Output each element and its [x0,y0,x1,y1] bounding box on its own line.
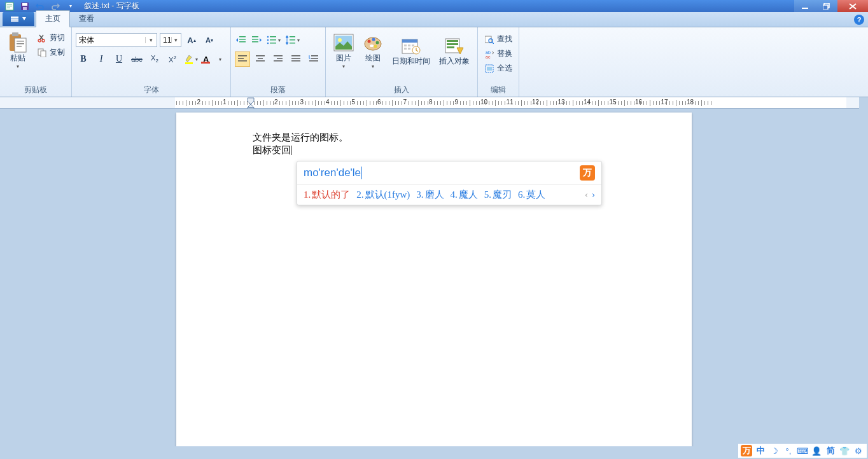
ime-next-icon[interactable]: › [592,189,595,200]
ime-tray-logo-icon[interactable]: 万 [741,445,752,456]
shrink-font-button[interactable]: A▾ [202,32,217,48]
insert-object-button[interactable]: 插入对象 [435,30,473,72]
svg-rect-66 [404,45,407,46]
insert-picture-button[interactable]: 图片 ▾ [330,30,358,72]
ime-nav[interactable]: ‹ › [585,189,595,200]
ruler-mark: 5 [352,99,356,106]
titlebar: ▾ 叙述.txt - 写字板 [0,0,868,12]
insert-paint-button[interactable]: 绘图 ▾ [359,30,387,72]
bold-button[interactable]: B [76,51,91,67]
svg-rect-27 [239,41,246,43]
svg-point-20 [42,39,45,42]
replace-button[interactable]: abac 替换 [482,47,515,60]
decrease-indent-button[interactable] [235,32,248,48]
underline-button[interactable]: U [111,51,127,67]
svg-point-61 [376,41,379,45]
font-size-combo[interactable]: 11 ▾ [160,33,181,47]
group-clipboard: 粘贴 ▾ 剪切 复制 剪贴板 [0,27,72,97]
svg-rect-15 [15,38,26,52]
copy-button[interactable]: 复制 [34,46,67,59]
ime-punct-icon[interactable]: °, [783,445,794,456]
ime-prev-icon[interactable]: ‹ [585,189,588,200]
object-label: 插入对象 [439,57,470,65]
selectall-button[interactable]: 全选 [482,62,515,75]
ruler[interactable]: 321123456789101112131415161718 [0,97,859,109]
paste-label: 粘贴 [10,53,25,64]
insert-datetime-button[interactable]: 日期和时间 [388,30,434,72]
svg-rect-68 [412,45,414,46]
object-icon [444,36,465,57]
indent-marker[interactable] [247,97,255,109]
font-group-label: 字体 [76,83,227,95]
svg-rect-22 [41,51,46,57]
ruler-mark: 10 [480,99,487,106]
strikethrough-button[interactable]: abc [129,51,144,67]
svg-rect-43 [256,55,265,57]
scissors-icon [37,33,47,43]
paste-button[interactable]: 粘贴 ▾ [4,30,32,72]
cut-button[interactable]: 剪切 [34,31,67,45]
close-button[interactable] [837,0,868,12]
align-right-button[interactable] [270,51,286,67]
ime-candidate[interactable]: 3.磨人 [416,189,444,201]
ruler-mark: 1 [223,99,227,106]
svg-rect-50 [291,58,300,59]
align-left-button[interactable] [235,51,250,67]
svg-rect-67 [408,45,410,46]
paint-icon [363,32,383,53]
font-color-button[interactable]: A ▾ [202,51,223,67]
ime-skin-icon[interactable]: 👕 [839,445,850,456]
ime-candidates[interactable]: 1.默认的了2.默认(1fyw)3.磨人4.魔人5.魔刃6.莫人 ‹ › [297,185,601,205]
file-menu-button[interactable] [3,12,34,26]
help-button[interactable]: ? [854,15,864,25]
svg-rect-2 [7,6,12,6]
line-spacing-button[interactable]: ▾ [284,32,301,48]
ruler-mark: 16 [635,99,642,106]
ime-lang-indicator[interactable]: 中 [755,445,766,456]
superscript-button[interactable]: X2 [165,51,180,67]
ruler-mark: 2 [274,99,278,106]
selectall-icon [484,64,494,74]
ime-candidate[interactable]: 2.默认(1fyw) [356,189,410,201]
svg-rect-65 [402,39,417,43]
svg-point-62 [374,45,377,48]
increase-indent-button[interactable] [250,32,263,48]
tab-home[interactable]: 主页 [36,10,70,27]
find-button[interactable]: 查找 [482,32,515,46]
ime-taskbar[interactable]: 万 中 ☽ °, ⌨ 👤 简 👕 ⚙ [738,444,867,458]
svg-rect-81 [487,67,492,71]
ime-candidate-window: mo'ren'de'le 万 1.默认的了2.默认(1fyw)3.磨人4.魔人5… [297,161,602,205]
ime-keyboard-icon[interactable]: ⌨ [797,445,808,456]
restore-button[interactable] [816,0,837,12]
ruler-mark: 3 [300,99,304,106]
ime-moon-icon[interactable]: ☽ [769,445,780,456]
italic-button[interactable]: I [94,51,109,67]
ime-candidate[interactable]: 1.默认的了 [304,189,350,201]
ime-candidate[interactable]: 4.魔人 [451,189,478,201]
grow-font-button[interactable]: A▴ [184,32,199,48]
minimize-button[interactable] [794,0,816,12]
bullet-list-button[interactable]: ▾ [265,32,282,48]
highlight-color-button[interactable]: ▾ [183,51,199,67]
ime-mode-indicator[interactable]: 简 [825,445,836,456]
svg-point-63 [370,45,374,47]
ruler-mark: 11 [507,99,514,106]
picture-label: 图片 [336,53,351,64]
align-justify-button[interactable] [288,51,304,67]
align-center-button[interactable] [253,51,268,67]
ime-candidate[interactable]: 5.魔刃 [484,189,512,201]
subscript-button[interactable]: X2 [147,51,162,67]
ime-user-icon[interactable]: 👤 [811,445,822,456]
paragraph-dialog-button[interactable] [306,51,321,67]
font-name-combo[interactable]: 宋体 ▾ [76,33,157,47]
ime-candidate[interactable]: 6.莫人 [518,189,545,201]
clipboard-group-label: 剪贴板 [4,83,67,95]
ime-settings-icon[interactable]: ⚙ [853,445,864,456]
svg-rect-14 [12,32,18,36]
svg-rect-28 [252,36,258,38]
tab-view[interactable]: 查看 [70,11,103,27]
calendar-icon [401,36,421,56]
wordpad-icon[interactable] [3,1,17,11]
svg-point-60 [372,38,375,41]
save-button[interactable] [18,1,32,11]
